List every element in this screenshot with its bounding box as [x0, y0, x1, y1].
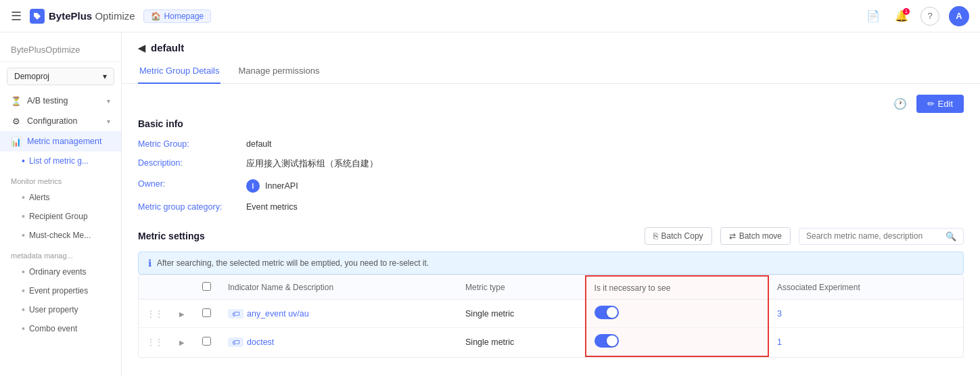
avatar[interactable]: A: [949, 6, 969, 26]
drag-handle-icon[interactable]: ⋮⋮: [147, 309, 163, 319]
associated-cell: 1: [768, 328, 963, 357]
content-area: ◀ default Metric Group Details Manage pe…: [122, 32, 980, 376]
description-label: Description:: [138, 156, 246, 172]
owner-value: I InnerAPI: [246, 177, 964, 195]
row-expand-icon[interactable]: ▶: [179, 310, 185, 318]
category-label: Metric group category:: [138, 200, 246, 214]
sidebar-item-user-property[interactable]: User property: [0, 300, 121, 319]
hamburger-icon[interactable]: ☰: [11, 9, 22, 24]
alerts-label: Alerts: [29, 193, 50, 202]
top-nav: ☰ BytePlus Optimize 🏠 Homepage 📄 🔔 1 ? A: [0, 0, 980, 32]
batch-move-button[interactable]: ⇄ Batch move: [720, 227, 791, 245]
edit-button[interactable]: ✏ Edit: [916, 95, 964, 113]
th-checkbox: [193, 276, 220, 300]
recipient-group-label: Recipient Group: [29, 212, 88, 221]
metric-tag: 🏷: [228, 337, 243, 347]
select-all-checkbox[interactable]: [202, 282, 211, 291]
sidebar-item-ab-testing[interactable]: ⏳ A/B testing ▾: [0, 91, 121, 111]
search-input[interactable]: [806, 231, 941, 241]
toggle-row-0[interactable]: [594, 306, 619, 319]
th-necessary: Is it necessary to see: [586, 276, 768, 300]
th-associated: Associated Experiment: [768, 276, 963, 300]
metric-settings-header: Metric settings ⎘ Batch Copy ⇄ Batch mov…: [138, 227, 964, 245]
metric-group-label: Metric Group:: [138, 137, 246, 151]
breadcrumb: ◀ default: [122, 32, 980, 53]
sidebar-submenu-label: List of metric g...: [29, 156, 89, 166]
necessary-toggle-cell: [586, 328, 768, 357]
sidebar-item-label: Configuration: [27, 116, 77, 126]
search-box: 🔍: [799, 228, 964, 245]
row-checkbox[interactable]: [202, 337, 211, 346]
sidebar-item-ordinary-events[interactable]: Ordinary events: [0, 262, 121, 281]
sidebar-item-must-check-me[interactable]: Must-check Me...: [0, 226, 121, 245]
batch-copy-button[interactable]: ⎘ Batch Copy: [645, 227, 712, 245]
metric-table: Indicator Name & Description Metric type…: [138, 275, 964, 358]
tab-bar: Metric Group Details Manage permissions: [122, 60, 980, 84]
monitor-section-label: Monitor metrics: [0, 170, 121, 188]
expand-cell: ▶: [171, 300, 193, 328]
th-expand: [171, 276, 193, 300]
project-selector[interactable]: Demoproj ▾: [7, 68, 114, 85]
expand-arrow-icon: ▾: [107, 97, 110, 105]
info-banner: ℹ After searching, the selected metric w…: [138, 252, 964, 275]
sidebar-item-list-of-metric[interactable]: List of metric g...: [0, 151, 121, 170]
metric-name: 🏷 doctest: [228, 337, 449, 347]
breadcrumb-text: default: [151, 42, 184, 53]
breadcrumb-arrow-icon[interactable]: ◀: [138, 43, 145, 53]
history-button[interactable]: 🕐: [891, 95, 910, 113]
sidebar-item-label: Metric management: [27, 137, 101, 146]
move-icon: ⇄: [729, 231, 736, 241]
drag-handle-icon[interactable]: ⋮⋮: [147, 337, 163, 347]
document-icon[interactable]: 📄: [864, 7, 883, 26]
th-drag: [139, 276, 171, 300]
ab-testing-icon: ⏳: [11, 95, 22, 106]
brand-logo: BytePlus Optimize: [30, 9, 135, 24]
bell-icon[interactable]: 🔔 1: [892, 7, 911, 26]
brand-name: BytePlus Optimize: [49, 10, 135, 22]
sidebar-brand: BytePlusOptimize: [0, 38, 121, 62]
necessary-toggle-cell: [586, 300, 768, 328]
basic-info-grid: Metric Group: default Description: 应用接入测…: [138, 137, 964, 214]
help-icon[interactable]: ?: [920, 7, 939, 26]
row-expand-icon[interactable]: ▶: [179, 339, 185, 346]
sidebar-item-recipient-group[interactable]: Recipient Group: [0, 207, 121, 226]
metric-type-cell: Single metric: [457, 300, 586, 328]
metric-type-cell: Single metric: [457, 328, 586, 357]
row-checkbox-cell: [193, 300, 220, 328]
tab-metric-group-details[interactable]: Metric Group Details: [138, 60, 220, 84]
sidebar-item-configuration[interactable]: ⚙ Configuration ▾: [0, 111, 121, 131]
homepage-badge[interactable]: 🏠 Homepage: [143, 9, 212, 23]
associated-link[interactable]: 3: [777, 309, 782, 319]
indicator-name-cell: 🏷 doctest: [220, 328, 457, 357]
chevron-down-icon: ▾: [103, 72, 107, 81]
sidebar-item-metric-management[interactable]: 📊 Metric management: [0, 131, 121, 151]
sidebar-item-label: A/B testing: [27, 96, 68, 105]
sidebar-item-combo-event[interactable]: Combo event: [0, 319, 121, 338]
sidebar-item-event-properties[interactable]: Event properties: [0, 281, 121, 300]
sidebar-item-alerts[interactable]: Alerts: [0, 188, 121, 207]
basic-info-title: Basic info: [138, 118, 964, 129]
drag-handle-cell: ⋮⋮: [139, 300, 171, 328]
search-icon: 🔍: [946, 231, 956, 241]
toggle-row-1[interactable]: [594, 334, 619, 348]
metric-name: 🏷 any_event uv/au: [228, 309, 449, 319]
tab-manage-permissions[interactable]: Manage permissions: [237, 60, 321, 84]
drag-handle-cell: ⋮⋮: [139, 328, 171, 357]
notification-badge: 1: [903, 8, 910, 15]
content-toolbar: 🕐 ✏ Edit: [138, 95, 964, 113]
must-check-me-label: Must-check Me...: [29, 231, 91, 240]
metadata-section-label: metadata manag...: [0, 245, 121, 262]
associated-link[interactable]: 1: [777, 337, 782, 347]
table-row: ⋮⋮ ▶ 🏷 any_event uv/au: [139, 300, 963, 328]
edit-icon: ✏: [927, 99, 935, 109]
associated-cell: 3: [768, 300, 963, 328]
metric-tag: 🏷: [228, 309, 243, 319]
row-checkbox[interactable]: [202, 308, 211, 317]
owner-icon: I: [246, 179, 260, 193]
info-icon: ℹ: [148, 258, 151, 268]
metric-settings-actions: ⎘ Batch Copy ⇄ Batch move 🔍: [645, 227, 964, 245]
metric-management-icon: 📊: [11, 136, 22, 147]
copy-icon: ⎘: [653, 231, 658, 241]
sidebar: BytePlusOptimize Demoproj ▾ ⏳ A/B testin…: [0, 32, 122, 376]
metric-group-value: default: [246, 137, 964, 151]
